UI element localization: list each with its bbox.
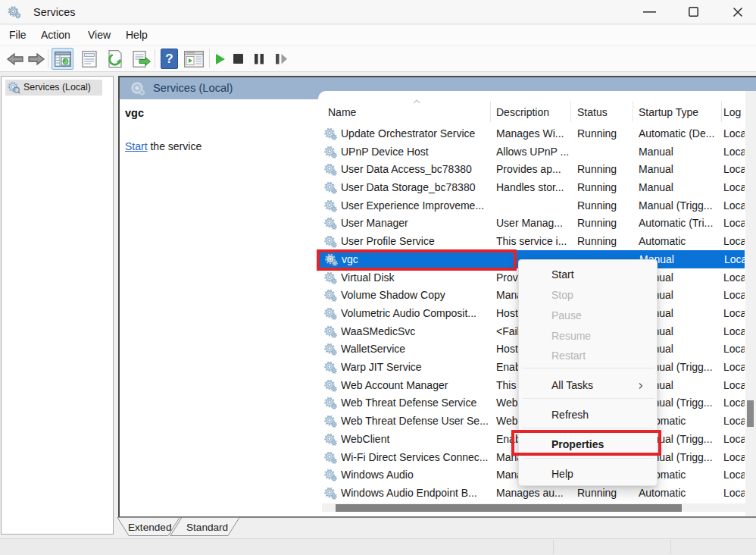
svg-text:Standard: Standard [186,522,228,533]
svg-text:Extended: Extended [128,522,171,533]
